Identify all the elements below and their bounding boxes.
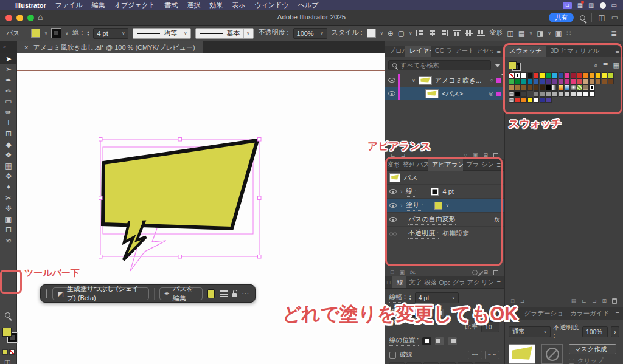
pen-tool-icon[interactable]: ✒ [0,75,17,86]
opacity-row-value[interactable]: 初期設定 [442,229,469,238]
tab-brushes[interactable]: ブラ [463,159,478,171]
swatch[interactable] [521,97,527,103]
swatch[interactable] [521,72,527,78]
object-thumbnail[interactable] [509,344,535,364]
swatch[interactable] [527,97,534,103]
isolate-icon[interactable]: ◫ [507,29,513,38]
arrange-documents-icon[interactable]: ◫ [598,13,605,22]
fill-proxy-swatch[interactable] [509,61,517,69]
type-tool-icon[interactable]: T [0,118,17,129]
graph-options-icon[interactable]: ◨ [537,29,543,38]
swatch[interactable] [546,91,552,97]
swatch[interactable] [583,78,589,84]
width-tool-icon[interactable]: ≋ [0,235,17,246]
tab-gradient[interactable]: グラデーショ [520,307,566,319]
target-selected-icon[interactable]: ◎ [489,91,493,97]
generative-fill-button[interactable]: ◩ 生成塗りつぶし (シェイプ) (Beta) [52,287,149,300]
chevron-down-icon[interactable]: ∨ [380,31,383,36]
tab-links[interactable]: リン [479,276,493,288]
swatch[interactable] [589,84,595,91]
stroke-weight-label[interactable]: 線 : [72,28,83,38]
dots-grid-icon[interactable]: ∷ [566,29,571,38]
swatch[interactable] [577,72,583,78]
filter-icon[interactable] [495,64,501,67]
opacity-value-input[interactable]: 100% [582,326,608,337]
slice-tool-icon[interactable]: ⊟ [0,225,17,236]
selection-tool-icon[interactable]: ➤ [0,53,17,64]
screen-sharing-icon[interactable]: ⊡ [563,2,572,9]
document-tab[interactable]: × アメコミ風吹き出し.ai* @ 100 % (CMYK/プレビュー) [17,41,203,53]
visibility-eye-icon[interactable] [389,189,397,194]
free-transform-tool-icon[interactable]: ⊞ [0,128,17,139]
swatch[interactable] [534,78,540,84]
panel-menu-icon[interactable]: ≡ [612,47,623,55]
menu-item[interactable]: 編集 [92,1,105,10]
delete-icon[interactable] [612,298,617,304]
align-outside-stroke-icon[interactable] [448,337,457,345]
tab-symbols[interactable]: シン [478,159,493,171]
new-sublayer-icon[interactable]: ▣ [473,152,478,158]
swatch[interactable] [583,72,589,78]
tab-assets[interactable]: アセッ [472,46,493,57]
tab-artboards[interactable]: アート [451,46,472,57]
swatch[interactable] [515,78,521,84]
appearance-stroke-row[interactable]: › 線 : 4 pt [385,185,504,199]
opacity-dropdown[interactable]: 100%∨ [293,28,327,39]
notification-app-icon[interactable]: ▦ [577,2,583,9]
swatch[interactable] [515,97,521,103]
panel-menu-icon[interactable]: ≡ [493,47,504,55]
symbol-sprayer-tool-icon[interactable]: ❉ [0,203,17,214]
menu-item[interactable]: ファイル [55,1,83,10]
new-stroke-icon[interactable]: □ [391,269,394,275]
layer-name[interactable]: アメコミ吹き... [435,76,481,85]
fill-color-swatch[interactable] [31,29,40,38]
new-library-icon[interactable]: ▤ [571,298,577,304]
swatch[interactable] [552,91,558,97]
panel-rows-icon[interactable]: ≣ [611,29,617,38]
add-effect-icon[interactable]: fx. [410,269,416,275]
swatch[interactable] [583,91,589,97]
appearance-opacity-row[interactable]: 不透明度 : 初期設定 [385,227,504,241]
tab-swatches[interactable]: スウォッチ [505,46,546,57]
swatch[interactable] [546,97,552,103]
lock-icon[interactable] [232,293,237,297]
zoom-tool-icon[interactable] [5,312,10,318]
panel-menu-icon[interactable]: ≡ [493,161,504,168]
chevron-down-icon[interactable]: ∨ [44,31,47,36]
tab-cc-libraries[interactable]: CC ラ [431,46,451,57]
swatch[interactable] [565,84,571,91]
shape-builder-tool-icon[interactable]: ❖ [0,149,17,160]
screen-mode-icon[interactable]: ◫ [4,359,10,364]
blend-tool-icon[interactable]: ✥ [0,171,17,182]
swatch[interactable] [571,78,577,84]
menu-item[interactable]: オブジェクト [114,1,156,10]
swatch[interactable] [602,72,608,78]
visibility-eye-icon[interactable] [389,203,397,208]
fx-icon[interactable]: fx [494,216,499,223]
grid-view-icon[interactable]: ▦ [613,61,619,69]
swatch[interactable] [509,97,515,103]
align-center-icon[interactable] [428,30,436,36]
fill-color-swatch[interactable] [434,202,442,210]
align-middle-icon[interactable] [465,30,473,36]
swatch[interactable] [577,78,583,84]
path-thumbnail[interactable] [425,89,439,98]
expand-arrow-icon[interactable]: › [611,326,619,337]
align-right-icon[interactable] [440,30,448,36]
close-tab-icon[interactable]: × [24,44,28,51]
swatch[interactable] [540,84,546,91]
swatch[interactable] [527,78,534,84]
stroke-weight-value[interactable]: 4 pt [442,188,453,195]
swatch[interactable] [565,91,571,97]
status-app-icon[interactable]: ▥ [588,2,594,9]
shape-options-icon[interactable]: ▤ [518,29,525,38]
more-options-icon[interactable]: ⋯ [242,289,249,298]
stroke-color-swatch[interactable] [431,188,439,196]
mode-option-icon[interactable]: ⊐ [520,298,524,304]
swatch[interactable] [534,97,540,103]
mask-thumbnail-slot[interactable] [541,344,563,364]
swatch[interactable] [571,84,577,91]
swatch[interactable] [559,78,565,84]
menu-item[interactable]: 選択 [187,1,200,10]
swatch[interactable] [509,84,515,91]
